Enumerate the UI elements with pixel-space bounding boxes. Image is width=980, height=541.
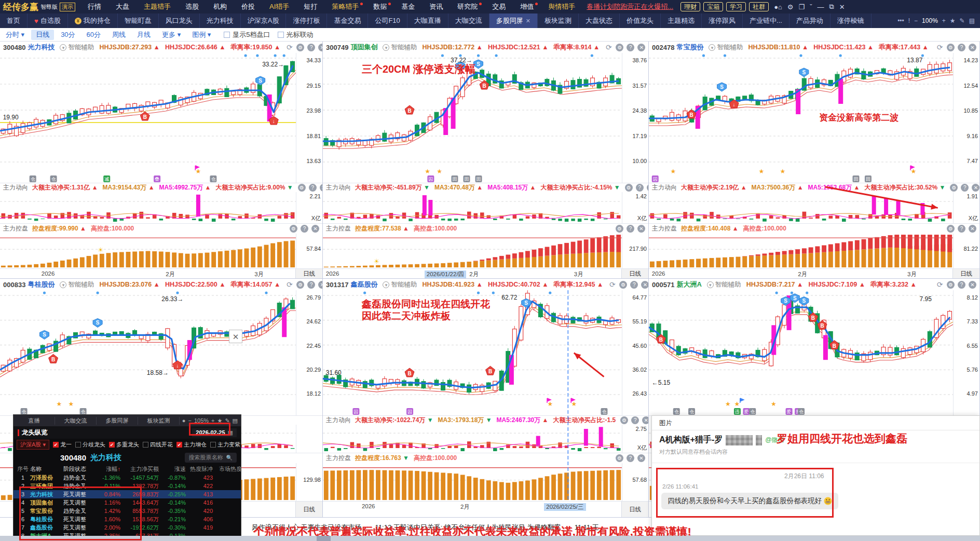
gear-icon[interactable]: ⚙ (616, 454, 623, 462)
stock-row-万泽股份[interactable]: 1万泽股份趋势金叉-1.36%-1457.54万-0.87%423 (13, 474, 241, 482)
menu-item-主题猎手[interactable]: 主题猎手 (137, 2, 178, 11)
help-icon[interactable]: ? (307, 281, 315, 289)
stock-search-input[interactable]: 搜索股票名称🔍 (185, 453, 237, 463)
menu-item-策略猎手[interactable]: 策略猎手 (324, 2, 366, 11)
menu-item-数据[interactable]: 数据 (366, 2, 394, 11)
alert-icon[interactable]: ! (908, 17, 910, 24)
gear-icon[interactable]: ⚙ (787, 3, 794, 11)
tab-智能盯盘[interactable]: 智能盯盘 (118, 13, 159, 28)
tab-大盘状态[interactable]: 大盘状态 (579, 13, 620, 28)
tab-首页[interactable]: 首页 (0, 13, 28, 28)
tab-多股同屏[interactable]: 多股同屏✕ (489, 13, 538, 28)
toolbar-周线[interactable]: 周线 (107, 30, 130, 40)
zoom-out-icon[interactable]: − (914, 17, 918, 24)
tab-涨停跟风[interactable]: 涨停跟风 (702, 13, 743, 28)
gear-icon[interactable]: ⚙ (619, 281, 627, 289)
tab-自选股[interactable]: ♥自选股 (28, 13, 68, 28)
filter-主力增仓[interactable]: ✔主力增仓 (176, 441, 207, 449)
toolbar-更多[interactable]: 更多 ▾ (157, 30, 185, 40)
toolbar-60分[interactable]: 60分 (82, 30, 105, 40)
close-icon[interactable]: ✕ (637, 225, 645, 233)
toolbar-分时[interactable]: 分时 ▾ (1, 30, 29, 40)
close-icon[interactable]: ✕ (318, 281, 322, 289)
menu-item-资讯[interactable]: 资讯 (422, 2, 450, 11)
smart-assist-toggle[interactable]: ▾智能辅助 (60, 43, 94, 52)
tab-主题精选[interactable]: 主题精选 (661, 13, 702, 28)
tab-涨停打板[interactable]: 涨停打板 (286, 13, 327, 28)
period-label[interactable]: 日线 (295, 502, 322, 518)
popup-tab-大咖交流[interactable]: 大咖交流 (55, 417, 97, 425)
menu-item-研究院[interactable]: 研究院 (450, 2, 485, 11)
smart-assist-toggle[interactable]: ▾智能辅助 (709, 43, 743, 52)
close-icon[interactable]: ✕ (641, 281, 648, 289)
smart-assist-toggle[interactable]: ▾智能辅助 (383, 280, 417, 289)
close-icon[interactable]: ✕ (972, 184, 979, 192)
stock-row-光力科技[interactable]: 3光力科技死叉调整0.84%2659.83万-0.25%413 (13, 490, 241, 498)
period-label[interactable]: 日线 (952, 269, 979, 279)
zoom-in-icon[interactable]: + (942, 17, 946, 24)
column-header-市场热度[interactable]: 市场热度 (213, 465, 241, 473)
alert-icon[interactable]: ● (182, 417, 186, 424)
pen-icon[interactable]: ✎ (960, 17, 965, 24)
help-icon[interactable]: ? (958, 281, 965, 289)
gear-icon[interactable]: ⚙ (298, 184, 306, 192)
tab-沪深京A股[interactable]: 沪深京A股 (241, 13, 287, 28)
toolbar-图例[interactable]: 图例 ▾ (187, 30, 215, 40)
menu-item-行情[interactable]: 行情 (80, 2, 108, 11)
period-label[interactable]: 日线 (621, 269, 648, 279)
close-icon[interactable]: ✕ (637, 454, 645, 462)
tab-close-icon[interactable]: ✕ (526, 18, 530, 24)
market-select[interactable]: 沪深A股 ▾ (17, 440, 49, 450)
star-icon[interactable]: ★ (950, 17, 956, 24)
help-icon[interactable]: ? (958, 44, 965, 51)
price-chart-301317[interactable]: BBS★★囚囚仓鑫磊股份同时出现在四线开花因此第二天冲板炸板62.7231.60 (323, 290, 622, 415)
tab-涨停棱镜[interactable]: 涨停棱镜 (831, 13, 872, 28)
stock-row-顶固集创[interactable]: 4顶固集创死叉调整1.16%1443.64万-0.14%416 (13, 498, 241, 507)
filter-多重龙头[interactable]: ✔多重龙头 (109, 441, 139, 449)
gear-icon[interactable]: ⚙ (620, 416, 628, 424)
smart-assist-toggle[interactable]: ▾智能辅助 (60, 280, 94, 289)
checkbox-显示5档盘口[interactable]: 显示5档盘口 (224, 30, 270, 39)
menu-item-AI猎手[interactable]: AI猎手 (262, 2, 296, 11)
pen-icon[interactable]: ✎ (225, 417, 229, 424)
menu-item-舆情猎手[interactable]: 舆情猎手 (541, 2, 582, 11)
chip-button-宝箱[interactable]: 宝箱 (703, 2, 723, 11)
price-chart-002478[interactable]: SSB↓★★★★囚田田资金没新高等第二波13.87 (649, 53, 953, 183)
stock-row-常宝股份[interactable]: 5常宝股份趋势金叉1.42%8553.78万-0.35%420 (13, 507, 241, 515)
toolbar-月线[interactable]: 月线 (132, 30, 155, 40)
close-icon[interactable]: ✕ (311, 225, 319, 233)
tab-光力科技[interactable]: 光力科技 (200, 13, 241, 28)
help-icon[interactable]: ? (627, 44, 634, 51)
gear-icon[interactable]: ⚙ (290, 225, 297, 233)
help-icon[interactable]: ? (309, 184, 317, 192)
filter-龙一[interactable]: ✔龙一 (53, 441, 72, 449)
help-icon[interactable]: ? (636, 184, 644, 192)
more-icon[interactable]: ••• (897, 17, 904, 24)
refresh-icon[interactable]: ⟳ (936, 44, 944, 51)
tab-大咖交流[interactable]: 大咖交流 (448, 13, 489, 28)
layout-grid-icon[interactable]: ▤ (233, 417, 238, 424)
chip-button-理财[interactable]: 理财 (680, 2, 700, 11)
price-chart-300749[interactable]: SSBB★★囚田田田三个20CM 涨停透支涨幅37.22→ (323, 53, 622, 183)
gear-icon[interactable]: ⚙ (950, 184, 958, 192)
tab-风口龙头[interactable]: 风口龙头 (159, 13, 200, 28)
smart-assist-toggle[interactable]: ▾智能辅助 (383, 43, 417, 52)
close-icon[interactable]: ✕ (969, 281, 976, 289)
menu-item-价投[interactable]: 价投 (234, 2, 262, 11)
close-icon[interactable]: ✕ (642, 416, 648, 424)
menu-item-短打[interactable]: 短打 (296, 2, 324, 11)
column-header-阶段状态[interactable]: 阶段状态 (63, 465, 96, 473)
column-header-涨速[interactable]: 涨速 (159, 465, 186, 473)
popup-tab-多股同屏[interactable]: 多股同屏 (97, 417, 138, 425)
zoom-out-icon[interactable]: − (188, 417, 191, 424)
tab-我的持仓[interactable]: ¥我的持仓 (68, 13, 118, 28)
help-icon[interactable]: ? (958, 225, 965, 233)
stock-row-三环集团[interactable]: 2三环集团趋势金叉-0.11%1382.78万-0.14%422 (13, 482, 241, 490)
tab-价值龙头[interactable]: 价值龙头 (620, 13, 661, 28)
menu-item-大盘[interactable]: 大盘 (108, 2, 137, 11)
popup-tab-板块监测[interactable]: 板块监测 (138, 417, 180, 425)
gear-icon[interactable]: ⚙ (947, 225, 955, 233)
smart-assist-toggle[interactable]: ▾智能辅助 (707, 280, 741, 289)
close-icon[interactable]: ✕ (969, 225, 976, 233)
column-header-名称[interactable]: 名称 (30, 465, 63, 473)
